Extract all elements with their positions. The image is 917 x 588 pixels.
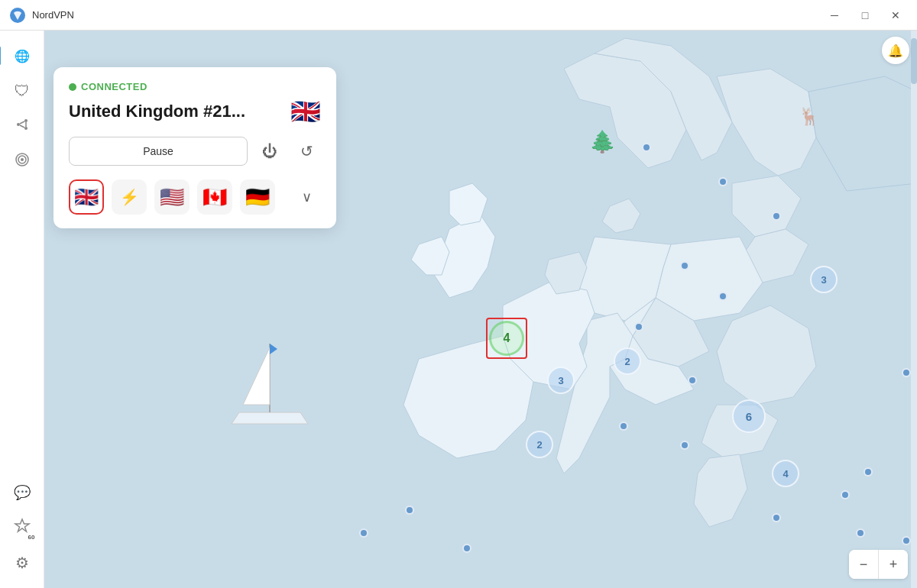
location-name: United Kingdom #21... <box>69 102 245 121</box>
dot-marker-8[interactable] <box>619 422 628 431</box>
window-controls: ─ □ ✕ <box>822 5 908 26</box>
us-flag-icon: 🇺🇸 <box>160 186 184 209</box>
cluster-count-central: 6 <box>732 399 766 433</box>
dot-marker-2[interactable] <box>718 177 727 186</box>
sidebar-item-shield[interactable]: 🛡 <box>6 75 38 107</box>
chevron-down-icon: ∨ <box>302 189 312 205</box>
dot-marker-13[interactable] <box>856 528 865 538</box>
connection-panel: CONNECTED United Kingdom #21... 🇬🇧 Pause… <box>53 67 336 228</box>
app-logo <box>9 7 26 24</box>
sidebar-item-meshnet[interactable] <box>6 110 38 142</box>
close-button[interactable]: ✕ <box>883 5 908 26</box>
shield-icon: 🛡 <box>15 82 30 100</box>
cluster-central[interactable]: 6 <box>732 399 766 433</box>
cluster-balkans[interactable]: 4 <box>772 460 799 487</box>
cluster-count-east: 3 <box>810 266 838 293</box>
dot-marker-1[interactable] <box>642 143 651 152</box>
globe-icon: 🌐 <box>15 49 30 63</box>
maximize-button[interactable]: □ <box>853 5 877 26</box>
server-picks: 🇬🇧 ⚡ 🇺🇸 🇨🇦 🇩🇪 ∨ <box>69 179 321 215</box>
dot-marker-14[interactable] <box>902 536 911 545</box>
sidebar-item-threat[interactable] <box>6 145 38 177</box>
dot-marker-17[interactable] <box>405 506 414 515</box>
dot-marker-10[interactable] <box>864 467 873 477</box>
mesh-icon <box>15 117 30 136</box>
sidebar-item-badge[interactable]: 60 <box>6 512 38 544</box>
svg-point-2 <box>24 119 28 122</box>
notification-bell[interactable]: 🔔 <box>882 37 909 64</box>
expand-server-list-button[interactable]: ∨ <box>292 183 321 212</box>
power-icon: ⏻ <box>262 143 277 160</box>
svg-point-1 <box>17 123 20 126</box>
refresh-icon: ↺ <box>300 142 313 160</box>
dot-marker-9[interactable] <box>680 441 689 450</box>
server-pick-us[interactable]: 🇺🇸 <box>154 179 190 215</box>
status-dot <box>69 83 76 91</box>
de-flag-icon: 🇩🇪 <box>245 186 270 209</box>
app-title: NordVPN <box>32 9 822 21</box>
svg-point-3 <box>24 127 28 130</box>
connection-actions: Pause ⏻ ↺ <box>69 137 321 166</box>
connection-location: United Kingdom #21... 🇬🇧 <box>69 97 321 126</box>
uk-cluster-count: 4 <box>489 321 524 356</box>
cluster-count-france: 3 <box>547 367 575 394</box>
uk-flag-icon: 🇬🇧 <box>74 186 99 209</box>
map-scrollbar-thumb <box>911 38 917 84</box>
server-pick-ca[interactable]: 🇨🇦 <box>197 179 232 215</box>
dot-marker-7[interactable] <box>688 376 697 385</box>
reconnect-button[interactable]: ↺ <box>292 137 321 166</box>
title-bar: NordVPN ─ □ ✕ <box>0 0 917 31</box>
dot-marker-6[interactable] <box>634 322 643 331</box>
cluster-count-spain: 2 <box>526 431 553 458</box>
map-area[interactable]: 🌲 🦌 🔔 CONNECTED United Kingdom #21... 🇬🇧… <box>44 31 917 588</box>
dot-marker-11[interactable] <box>841 490 850 499</box>
cluster-benelux[interactable]: 2 <box>614 347 641 375</box>
dot-marker-18[interactable] <box>359 528 368 538</box>
svg-line-4 <box>20 121 24 124</box>
dot-marker-19[interactable] <box>462 544 471 553</box>
uk-active-marker[interactable]: 4 <box>486 318 527 359</box>
status-label: CONNECTED <box>81 81 147 92</box>
sidebar-item-settings[interactable]: ⚙ <box>6 547 38 579</box>
dot-marker-4[interactable] <box>680 261 689 270</box>
sidebar-item-support[interactable]: 💬 <box>6 477 38 509</box>
cluster-count-balkans: 4 <box>772 460 799 487</box>
gear-icon: ⚙ <box>15 554 29 572</box>
cluster-east[interactable]: 3 <box>810 266 838 293</box>
zoom-out-button[interactable]: − <box>849 550 878 579</box>
svg-text:🌲: 🌲 <box>589 129 616 154</box>
dot-marker-16[interactable] <box>902 368 911 377</box>
svg-point-9 <box>21 158 24 161</box>
chat-icon: 💬 <box>14 484 31 501</box>
cluster-spain[interactable]: 2 <box>526 431 553 458</box>
svg-text:🦌: 🦌 <box>799 106 820 127</box>
target-icon <box>15 152 30 171</box>
ca-flag-icon: 🇨🇦 <box>203 186 227 209</box>
location-flag: 🇬🇧 <box>290 97 321 126</box>
server-pick-fast[interactable]: ⚡ <box>112 179 147 215</box>
dot-marker-3[interactable] <box>772 212 781 221</box>
svg-line-5 <box>20 125 24 128</box>
bell-icon: 🔔 <box>888 44 903 58</box>
server-pick-de[interactable]: 🇩🇪 <box>240 179 275 215</box>
zoom-controls: − + <box>849 550 908 579</box>
server-pick-uk[interactable]: 🇬🇧 <box>69 179 104 215</box>
cluster-count-benelux: 2 <box>614 347 641 375</box>
map-scrollbar[interactable] <box>911 31 917 588</box>
dot-marker-12[interactable] <box>772 513 781 522</box>
sidebar: 🌐 🛡 <box>0 31 44 588</box>
connection-status: CONNECTED <box>69 81 321 92</box>
cluster-france[interactable]: 3 <box>547 367 575 394</box>
main-content: 🌐 🛡 <box>0 31 917 588</box>
badge-count: 60 <box>28 534 35 541</box>
sidebar-item-map[interactable]: 🌐 <box>6 40 38 72</box>
pause-button[interactable]: Pause <box>69 137 248 166</box>
zoom-in-button[interactable]: + <box>879 550 908 579</box>
dot-marker-5[interactable] <box>718 292 727 301</box>
minimize-button[interactable]: ─ <box>822 5 847 26</box>
lightning-icon: ⚡ <box>120 188 139 206</box>
power-button[interactable]: ⏻ <box>255 137 284 166</box>
